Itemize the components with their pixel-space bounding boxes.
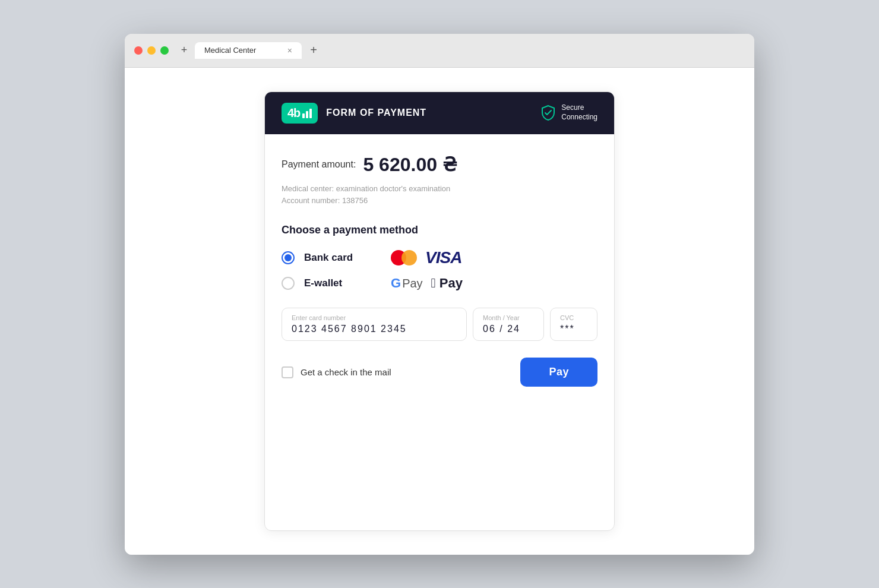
- mastercard-icon: [391, 249, 417, 266]
- expiry-field[interactable]: Month / Year 06 / 24: [473, 308, 544, 341]
- cvc-value: ***: [560, 324, 587, 334]
- header-left: 4b FORM OF PAYMENT: [282, 103, 426, 124]
- new-tab-button[interactable]: +: [176, 42, 192, 59]
- method-icons-bank-card: VISA: [391, 248, 461, 267]
- logo-bars: [302, 108, 312, 118]
- tab-title: Medical Center: [204, 46, 256, 55]
- add-tab-button[interactable]: +: [304, 41, 323, 60]
- card-fields: Enter card number 0123 4567 8901 2345 Mo…: [282, 308, 597, 341]
- bottom-row: Get a check in the mail Pay: [282, 358, 597, 387]
- method-row-bank-card[interactable]: Bank card VISA: [282, 248, 597, 267]
- payment-widget: 4b FORM OF PAYMENT: [264, 91, 615, 531]
- close-button[interactable]: [134, 46, 143, 55]
- gpay-icon: GPay: [391, 276, 423, 291]
- radio-bank-card[interactable]: [282, 251, 295, 264]
- method-label-bank-card: Bank card: [304, 252, 369, 264]
- payment-amount-row: Payment amount: 5 620.00 ₴: [282, 153, 597, 176]
- applepay-icon:  Pay: [431, 276, 463, 291]
- payment-methods: Bank card VISA E-wallet: [282, 248, 597, 291]
- cvc-field[interactable]: CVC ***: [550, 308, 597, 341]
- checkbox-label: Get a check in the mail: [301, 367, 391, 377]
- secure-line2: Connecting: [561, 113, 597, 122]
- method-label-ewallet: E-wallet: [304, 277, 369, 289]
- browser-content: 4b FORM OF PAYMENT: [125, 68, 754, 555]
- minimize-button[interactable]: [147, 46, 156, 55]
- logo-bar-1: [302, 113, 305, 118]
- payment-info: Medical center: examination doctor's exa…: [282, 183, 597, 208]
- secure-text: Secure Connecting: [561, 103, 597, 122]
- form-title: FORM OF PAYMENT: [326, 108, 426, 118]
- amount-label: Payment amount:: [282, 159, 356, 170]
- card-number-field[interactable]: Enter card number 0123 4567 8901 2345: [282, 308, 467, 341]
- logo-text: 4b: [287, 106, 300, 120]
- checkbox-row: Get a check in the mail: [282, 366, 391, 378]
- browser-window: + Medical Center × + 4b: [125, 34, 754, 555]
- visa-icon: VISA: [425, 248, 461, 267]
- tab-bar: + Medical Center × +: [176, 41, 745, 60]
- method-row-ewallet[interactable]: E-wallet GPay  Pay: [282, 276, 597, 291]
- radio-inner-bank-card: [284, 254, 292, 261]
- logo-box: 4b: [282, 103, 318, 124]
- traffic-lights: [134, 46, 169, 55]
- card-number-label: Enter card number: [292, 314, 457, 321]
- active-tab[interactable]: Medical Center ×: [195, 42, 302, 59]
- mc-circle-right: [401, 250, 417, 265]
- pay-button[interactable]: Pay: [520, 358, 597, 387]
- info-line1: Medical center: examination doctor's exa…: [282, 183, 597, 195]
- logo-bar-2: [306, 111, 308, 118]
- cvc-label: CVC: [560, 314, 587, 321]
- payment-header: 4b FORM OF PAYMENT: [265, 92, 614, 134]
- method-section-title: Choose a payment method: [282, 224, 597, 236]
- expiry-label: Month / Year: [483, 314, 534, 321]
- secure-badge: Secure Connecting: [540, 103, 597, 122]
- expiry-value: 06 / 24: [483, 324, 534, 334]
- secure-line1: Secure: [561, 103, 597, 113]
- shield-icon: [540, 105, 557, 121]
- card-number-value: 0123 4567 8901 2345: [292, 324, 457, 334]
- browser-titlebar: + Medical Center × +: [125, 34, 754, 68]
- tab-close-button[interactable]: ×: [287, 46, 292, 55]
- method-icons-ewallet: GPay  Pay: [391, 276, 463, 291]
- maximize-button[interactable]: [160, 46, 169, 55]
- radio-ewallet[interactable]: [282, 277, 295, 290]
- info-line2: Account number: 138756: [282, 195, 597, 207]
- mail-checkbox[interactable]: [282, 366, 293, 378]
- payment-body: Payment amount: 5 620.00 ₴ Medical cente…: [265, 134, 614, 406]
- amount-value: 5 620.00 ₴: [363, 153, 457, 176]
- plus-icon: +: [181, 44, 188, 56]
- logo-bar-3: [309, 109, 312, 118]
